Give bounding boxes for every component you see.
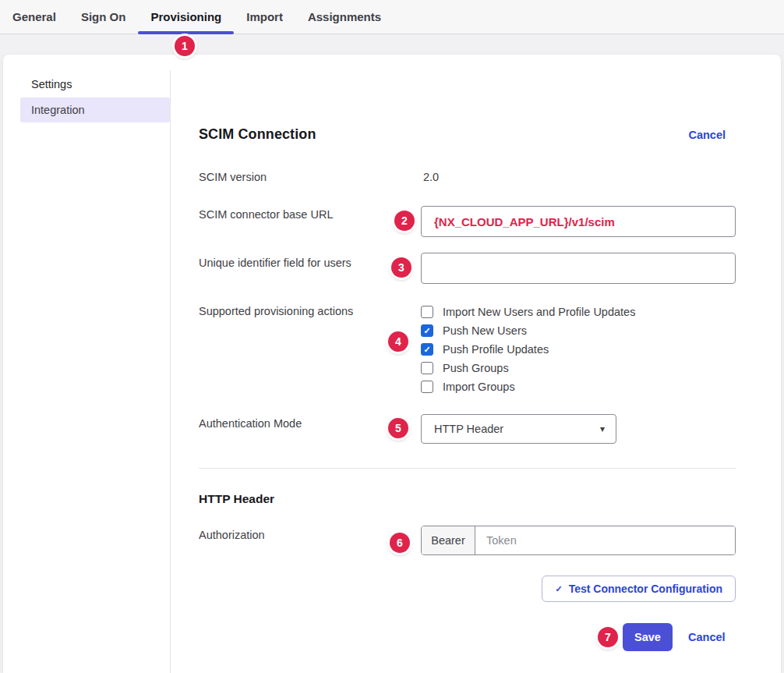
- http-header-heading: HTTP Header: [199, 492, 274, 506]
- checkbox-label: Push Groups: [443, 362, 509, 374]
- checkbox-label: Import Groups: [443, 381, 515, 393]
- checkbox-label: Push Profile Updates: [443, 343, 549, 356]
- check-icon: ✓: [555, 584, 562, 594]
- checkbox-import-new-users[interactable]: [421, 306, 433, 318]
- authorization-field-group: Bearer: [421, 526, 736, 555]
- checkbox-row: Import Groups: [421, 377, 635, 396]
- base-url-label: SCIM connector base URL: [199, 208, 333, 221]
- page: General Sign On Provisioning Import Assi…: [0, 0, 784, 673]
- auth-mode-selected-value: HTTP Header: [434, 423, 503, 435]
- tab-import[interactable]: Import: [234, 0, 295, 34]
- unique-id-label: Unique identifier field for users: [199, 257, 351, 269]
- checkbox-label: Push New Users: [443, 324, 527, 337]
- chevron-down-icon: ▾: [600, 423, 605, 434]
- checkbox-label: Import New Users and Profile Updates: [443, 306, 635, 318]
- token-input[interactable]: [475, 526, 735, 554]
- tab-bar: General Sign On Provisioning Import Assi…: [0, 0, 784, 34]
- checkbox-push-profile-updates[interactable]: [421, 343, 433, 356]
- sidebar-heading: Settings: [31, 78, 72, 90]
- step-badge-2: 2: [394, 211, 415, 231]
- checkbox-row: Push New Users: [421, 321, 635, 340]
- unique-id-input[interactable]: [421, 253, 736, 284]
- cancel-link-bottom[interactable]: Cancel: [688, 631, 726, 643]
- scim-version-label: SCIM version: [199, 171, 267, 183]
- checkbox-row: Push Groups: [421, 359, 635, 377]
- auth-mode-select[interactable]: HTTP Header ▾: [421, 414, 616, 444]
- sidebar-item-integration[interactable]: Integration: [20, 97, 170, 122]
- auth-mode-label: Authentication Mode: [199, 417, 302, 430]
- step-badge-5: 5: [388, 418, 408, 438]
- scim-version-value: 2.0: [423, 171, 439, 183]
- checkbox-push-new-users[interactable]: [421, 324, 433, 337]
- section-divider: [199, 468, 736, 469]
- tab-general[interactable]: General: [0, 0, 69, 34]
- checkbox-row: Import New Users and Profile Updates: [421, 303, 635, 321]
- page-title: SCIM Connection: [199, 126, 316, 143]
- step-badge-3: 3: [391, 257, 411, 278]
- checkbox-import-groups[interactable]: [421, 381, 433, 393]
- provisioning-actions-label: Supported provisioning actions: [199, 305, 353, 317]
- checkbox-push-groups[interactable]: [421, 362, 433, 374]
- tab-provisioning[interactable]: Provisioning: [138, 0, 234, 34]
- sidebar-divider: [170, 70, 171, 673]
- step-badge-4: 4: [388, 331, 408, 352]
- step-badge-6: 6: [390, 533, 410, 553]
- base-url-input[interactable]: [421, 206, 736, 237]
- checkbox-row: Push Profile Updates: [421, 340, 635, 359]
- step-badge-1: 1: [175, 36, 195, 56]
- step-badge-7: 7: [598, 627, 618, 647]
- provisioning-actions-group: Import New Users and Profile Updates Pus…: [421, 303, 635, 396]
- test-connector-label: Test Connector Configuration: [569, 583, 722, 595]
- cancel-link-top[interactable]: Cancel: [688, 129, 726, 141]
- authorization-label: Authorization: [199, 529, 265, 541]
- test-connector-button[interactable]: ✓ Test Connector Configuration: [542, 576, 736, 602]
- bearer-prefix: Bearer: [422, 526, 475, 554]
- tab-assignments[interactable]: Assignments: [295, 0, 394, 34]
- save-button[interactable]: Save: [623, 623, 673, 651]
- tab-sign-on[interactable]: Sign On: [69, 0, 139, 34]
